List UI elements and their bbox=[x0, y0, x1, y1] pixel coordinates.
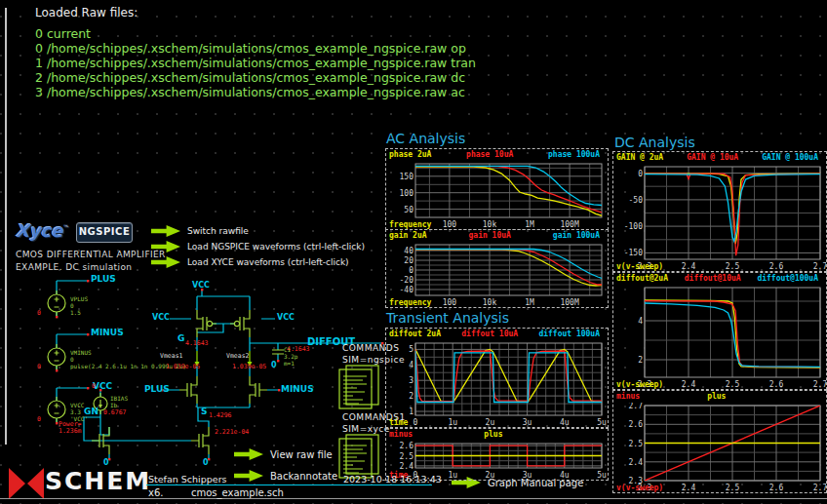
svg-text:1u: 1u bbox=[448, 418, 457, 427]
gnd-label[interactable]: 0 bbox=[271, 361, 277, 369]
legend-diffout-2ua: diffout 2uA bbox=[389, 330, 441, 338]
svg-text:100M: 100M bbox=[560, 220, 578, 229]
vvcc-source-icon bbox=[48, 397, 65, 422]
gnd-label[interactable]: 0 bbox=[37, 416, 41, 423]
net-label-vcc[interactable]: VCC bbox=[277, 313, 295, 322]
mirror-current: 2.221e-04 bbox=[215, 429, 249, 436]
net-label-minus[interactable]: MINUS bbox=[281, 384, 314, 394]
x-axis-label: frequency bbox=[389, 298, 431, 307]
net-label-vcc[interactable]: VCC bbox=[152, 313, 170, 322]
svg-text:-20: -20 bbox=[400, 276, 414, 285]
svg-text:2.7: 2.7 bbox=[629, 403, 644, 410]
graph-ac-phase[interactable]: phase 2uAphase 10uAphase 100uA 10010k1M1… bbox=[385, 148, 609, 230]
netlist-document-icon[interactable] bbox=[337, 365, 382, 409]
svg-text:2.4: 2.4 bbox=[629, 458, 644, 467]
svg-text:2.6: 2.6 bbox=[629, 420, 644, 429]
legend-diffout-2ua: diffout@2uA bbox=[616, 274, 668, 283]
gnd-label[interactable]: 0 bbox=[37, 310, 41, 317]
graph-legend: GAIN @ 2uAGAIN @ 10uAGAIN @ 100uA bbox=[616, 153, 818, 162]
net-label-gn[interactable]: GN bbox=[84, 407, 98, 416]
action-load-xyce[interactable]: Load XYCE waveforms (ctrl-left-click) bbox=[151, 256, 349, 268]
svg-text:1u: 1u bbox=[448, 471, 457, 480]
pmos-icon bbox=[230, 310, 250, 337]
svg-text:2.4: 2.4 bbox=[400, 462, 414, 471]
console-line: 3 /home/schippes/.xschem/simulations/cmo… bbox=[35, 85, 476, 99]
svg-text:50: 50 bbox=[404, 206, 414, 214]
netlist-document-icon[interactable] bbox=[337, 434, 382, 479]
console-line: 0 current bbox=[35, 26, 476, 41]
ibias-params[interactable]: IBIAS Ib bbox=[110, 395, 128, 408]
net-label-vcc[interactable]: VCC bbox=[192, 281, 210, 290]
graph-transient-inputs[interactable]: minusplus 01u2u3u4u5u2.42.52.6 time bbox=[385, 428, 609, 481]
graph-legend: minusplus bbox=[389, 430, 600, 439]
capacitor-icon[interactable] bbox=[272, 350, 284, 354]
legend-gain-100ua: GAIN @ 100uA bbox=[762, 153, 818, 162]
action-switch-rawfile[interactable]: Switch rawfile bbox=[151, 225, 249, 237]
graph-dc-inputs[interactable]: minusplus 2.32.42.52.62.72.32.42.52.62.7… bbox=[612, 390, 827, 493]
svg-text:2: 2 bbox=[409, 392, 414, 401]
action-backannotate[interactable]: Backannotate bbox=[234, 470, 337, 482]
commands1-sim[interactable]: SIM=xyce bbox=[342, 424, 390, 434]
svg-text:1M: 1M bbox=[525, 298, 534, 307]
green-arrow-icon bbox=[234, 470, 263, 482]
vplus-params[interactable]: VPLUS 0 1.5 bbox=[70, 295, 88, 316]
author-credit: Stefan Schippers bbox=[148, 474, 226, 485]
x-axis-label: time bbox=[389, 418, 408, 427]
c1-params[interactable]: C1 3.2p m=1 bbox=[284, 346, 297, 367]
net-label-plus[interactable]: PLUS bbox=[144, 384, 170, 394]
plot-area: 2.32.42.52.62.72.32.42.52.62.7 bbox=[613, 403, 826, 492]
gnd-label[interactable]: 0 bbox=[92, 383, 96, 390]
svg-text:3: 3 bbox=[409, 376, 414, 385]
section-title-ac: AC Analysis bbox=[386, 131, 465, 146]
svg-text:10k: 10k bbox=[483, 220, 497, 229]
svg-text:4u: 4u bbox=[560, 471, 570, 480]
net-label-s[interactable]: S bbox=[201, 407, 207, 416]
gnd-label[interactable]: 0 bbox=[37, 364, 41, 370]
graph-ac-gain[interactable]: gain 2uAgain 10uAgain 100uA 10010k1M100M… bbox=[385, 229, 609, 308]
statusbar-zoom-level: x6. bbox=[148, 487, 163, 498]
svg-text:2.5: 2.5 bbox=[726, 484, 740, 492]
svg-text:4: 4 bbox=[638, 317, 643, 326]
legend-diffout-10ua: diffout@10uA bbox=[685, 274, 741, 283]
legend-gain-2ua: gain 2uA bbox=[389, 231, 427, 240]
legend-gain-2ua: GAIN @ 2uA bbox=[616, 153, 663, 162]
net-label-minus[interactable]: MINUS bbox=[91, 328, 124, 337]
svg-text:20: 20 bbox=[404, 256, 414, 265]
graph-dc-gain[interactable]: GAIN @ 2uAGAIN @ 10uAGAIN @ 100uA 2.32.4… bbox=[612, 151, 827, 272]
svg-text:2: 2 bbox=[638, 356, 643, 365]
svg-text:1M: 1M bbox=[525, 220, 534, 229]
gnd-label[interactable]: 0 bbox=[103, 458, 109, 467]
legend-diffout-10ua: diffout 10uA bbox=[461, 330, 518, 338]
gnd-label[interactable]: 0 bbox=[203, 458, 209, 467]
console-header: Loaded Raw files: bbox=[35, 6, 476, 19]
svg-text:150: 150 bbox=[400, 173, 414, 181]
graph-transient-diffout[interactable]: diffout 2uAdiffout 10uAdiffout 100uA 01u… bbox=[385, 328, 609, 428]
action-view-raw-file[interactable]: View raw file bbox=[234, 448, 333, 460]
vmeas2-label[interactable]: Vmeas2 bbox=[226, 352, 249, 360]
console-line: 1 /home/schippes/.xschem/simulations/cmo… bbox=[35, 56, 476, 70]
net-label-plus[interactable]: PLUS bbox=[91, 274, 116, 284]
net-label-vcc[interactable]: VCC bbox=[93, 381, 112, 391]
statusbar-divider bbox=[0, 498, 827, 499]
svg-text:3u: 3u bbox=[523, 418, 532, 427]
xschem-logo-text: SCHEM bbox=[45, 467, 151, 495]
plot-area: 10010k1M100M40200-20-40 bbox=[386, 242, 608, 307]
graph-legend: gain 2uAgain 10uAgain 100uA bbox=[389, 231, 600, 240]
graph-legend: phase 2uAphase 10uAphase 100uA bbox=[389, 150, 600, 159]
svg-text:100: 100 bbox=[443, 220, 457, 229]
plot-area: 10010k1M100M50100150 bbox=[386, 161, 608, 229]
action-load-ngspice[interactable]: Load NGSPICE waveforms (ctrl-left-click) bbox=[151, 241, 365, 252]
s-voltage: 1.4296 bbox=[209, 412, 231, 419]
gn-voltage: 0.6767 bbox=[103, 409, 126, 416]
x-axis-label: v(v-sweep) bbox=[616, 484, 663, 492]
pmos-icon bbox=[197, 310, 217, 337]
vmeas1-label[interactable]: Vmeas1 bbox=[160, 352, 182, 360]
xschem-window[interactable]: Loaded Raw files: 0 current0 /home/schip… bbox=[0, 0, 827, 504]
svg-text:2.6: 2.6 bbox=[400, 442, 414, 450]
graph-dc-diffout[interactable]: diffout@2uAdiffout@10uAdiffout@100uA 2.3… bbox=[612, 272, 827, 390]
plot-area: 2.32.42.52.62.70-50-100-150 bbox=[613, 164, 826, 271]
graph-legend: diffout@2uAdiffout@10uAdiffout@100uA bbox=[616, 274, 818, 283]
power-annotation: Power= 1.236m bbox=[59, 421, 81, 435]
net-label-g[interactable]: G bbox=[177, 333, 184, 343]
title-underline bbox=[146, 485, 432, 485]
